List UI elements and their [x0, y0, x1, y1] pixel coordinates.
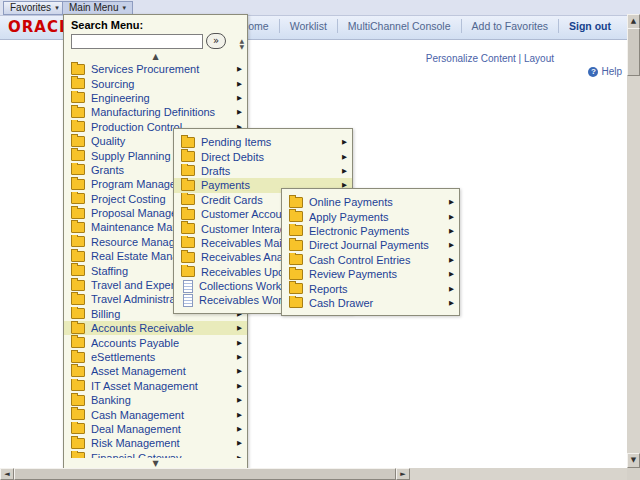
folder-icon [71, 294, 85, 305]
nav-link[interactable]: Worklist [279, 19, 337, 33]
menu-item-label: Banking [91, 394, 233, 406]
folder-icon [71, 78, 85, 89]
menu-item-label: Engineering [91, 92, 233, 104]
menu-item[interactable]: Apply Payments ▶ [282, 209, 459, 223]
personalize-content-link[interactable]: Personalize Content | Layout [426, 53, 554, 64]
menu-item[interactable]: Accounts Payable ▶ [64, 335, 247, 349]
folder-icon [181, 194, 195, 205]
folder-icon [181, 137, 195, 148]
submenu-arrow-icon: ▶ [449, 256, 454, 264]
submenu-arrow-icon: ▶ [449, 241, 454, 249]
search-row: » [71, 33, 229, 49]
menu-item[interactable]: Asset Management ▶ [64, 364, 247, 378]
folder-icon [71, 352, 85, 363]
vertical-scrollbar-thumb[interactable] [627, 28, 640, 76]
favorites-menu-button[interactable]: Favorites ▾ [3, 1, 66, 15]
scrollbar-right-button[interactable]: ► [396, 468, 410, 480]
menu-item-label: Accounts Receivable [91, 322, 233, 334]
menu-item[interactable]: Drafts ▶ [174, 164, 352, 178]
menu-item[interactable]: Cash Management ▶ [64, 407, 247, 421]
menu-resize-spinner[interactable]: ▲ ▼ [239, 38, 244, 50]
menu-item-label: Online Payments [309, 196, 445, 208]
submenu-arrow-icon: ▶ [237, 425, 242, 433]
folder-icon [289, 269, 303, 280]
menu-item[interactable]: Deal Management ▶ [64, 422, 247, 436]
folder-icon [289, 240, 303, 251]
menu-item[interactable]: eSettlements ▶ [64, 350, 247, 364]
menu-item[interactable]: Financial Gateway ▶ [64, 451, 247, 458]
menu-item-label: Risk Management [91, 437, 233, 449]
menu-item-label: Accounts Payable [91, 337, 233, 349]
vertical-scrollbar[interactable]: ▲ ▼ [627, 14, 640, 468]
search-go-button[interactable]: » [206, 33, 226, 49]
folder-icon [181, 209, 195, 220]
nav-link[interactable]: Add to Favorites [461, 19, 558, 33]
menu-item-label: Direct Journal Payments [309, 239, 445, 251]
folder-icon [71, 409, 85, 420]
scrollbar-up-button[interactable]: ▲ [627, 14, 640, 29]
menu-item[interactable]: IT Asset Management ▶ [64, 379, 247, 393]
sign-out-link[interactable]: Sign out [558, 19, 621, 33]
menu-item[interactable]: Pending Items ▶ [174, 135, 352, 149]
submenu-arrow-icon: ▶ [237, 65, 242, 73]
menu-item[interactable]: Review Payments ▶ [282, 267, 459, 281]
submenu-arrow-icon: ▶ [237, 411, 242, 419]
scrollbar-left-button[interactable]: ◄ [0, 468, 14, 480]
submenu-arrow-icon: ▶ [237, 80, 242, 88]
menu-item[interactable]: Engineering ▶ [64, 91, 247, 105]
scrollbar-corner [627, 468, 640, 480]
folder-icon [71, 265, 85, 276]
submenu-arrow-icon: ▶ [449, 227, 454, 235]
menu-item[interactable]: Direct Journal Payments ▶ [282, 238, 459, 252]
menu-item[interactable]: Direct Debits ▶ [174, 149, 352, 163]
menu-search-input[interactable] [71, 34, 203, 49]
help-link[interactable]: ? Help [588, 66, 622, 77]
folder-icon [289, 297, 303, 308]
folder-icon [181, 180, 195, 191]
scrollbar-down-button[interactable]: ▼ [627, 453, 640, 468]
nav-link[interactable]: MultiChannel Console [337, 19, 461, 33]
main-menu-label: Main Menu [69, 2, 118, 14]
submenu-arrow-icon: ▶ [449, 270, 454, 278]
peoplesoft-window: { "menubar": { "favorites_label": "Favor… [0, 0, 640, 480]
menu-item[interactable]: Sourcing ▶ [64, 76, 247, 90]
menu-item[interactable]: Risk Management ▶ [64, 436, 247, 450]
folder-icon [71, 107, 85, 118]
help-icon: ? [588, 67, 598, 77]
folder-icon [289, 283, 303, 294]
folder-icon [181, 266, 195, 277]
folder-icon [71, 452, 85, 458]
menu-item[interactable]: Manufacturing Definitions ▶ [64, 105, 247, 119]
horizontal-scrollbar[interactable]: ◄ ► [0, 468, 627, 480]
folder-icon [71, 337, 85, 348]
submenu-arrow-icon: ▶ [342, 167, 347, 175]
horizontal-scrollbar-thumb[interactable] [14, 468, 396, 480]
submenu-arrow-icon: ▶ [237, 324, 242, 332]
menu-item-label: Deal Management [91, 423, 233, 435]
menu-item[interactable]: Accounts Receivable ▶ [64, 321, 247, 335]
menu-item-label: Reports [309, 283, 445, 295]
folder-icon [71, 395, 85, 406]
submenu-arrow-icon: ▶ [237, 94, 242, 102]
submenu-arrow-icon: ▶ [449, 213, 454, 221]
menu-item[interactable]: Banking ▶ [64, 393, 247, 407]
menu-item-label: Drafts [201, 165, 338, 177]
submenu-arrow-icon: ▶ [342, 153, 347, 161]
menu-item[interactable]: Cash Control Entries ▶ [282, 253, 459, 267]
menu-item-label: Asset Management [91, 365, 233, 377]
menu-item[interactable]: Services Procurement ▶ [64, 62, 247, 76]
menu-item[interactable]: Reports ▶ [282, 281, 459, 295]
menu-scroll-up-icon[interactable]: ▲ [64, 51, 247, 62]
main-menu-button[interactable]: Main Menu ▾ [62, 1, 133, 15]
search-menu-label: Search Menu: [71, 19, 240, 31]
menu-item-label: Cash Drawer [309, 297, 445, 309]
folder-icon [71, 179, 85, 190]
header-nav: Home Worklist MultiChannel Console Add t… [231, 19, 558, 33]
menu-item[interactable]: Online Payments ▶ [282, 195, 459, 209]
menu-item[interactable]: Electronic Payments ▶ [282, 224, 459, 238]
menu-item-label: Electronic Payments [309, 225, 445, 237]
folder-icon [71, 366, 85, 377]
menu-item[interactable]: Cash Drawer ▶ [282, 296, 459, 310]
folder-icon [289, 254, 303, 265]
folder-icon [289, 225, 303, 236]
